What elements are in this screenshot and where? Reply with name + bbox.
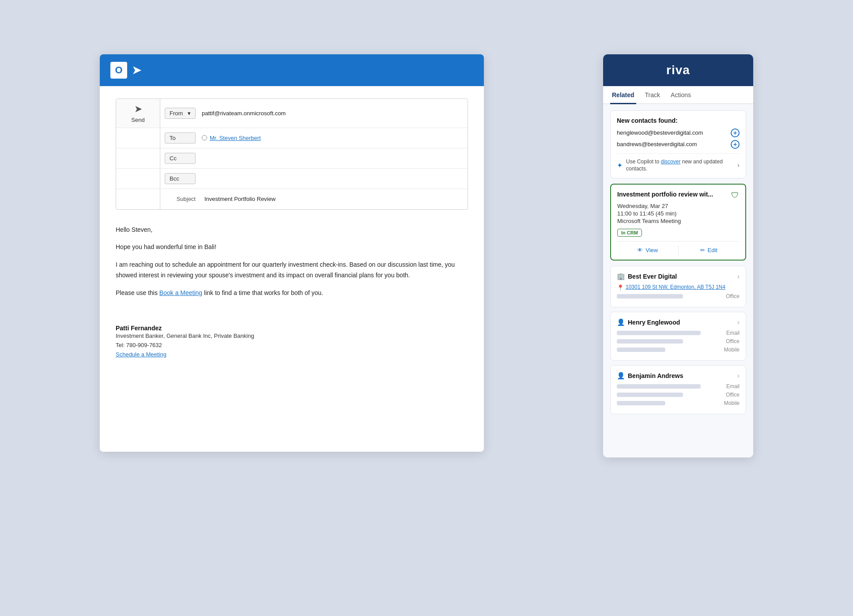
riva-panel: riva Related Track Actions New contacts … [603, 54, 753, 457]
copilot-discover-link[interactable]: discover [661, 159, 681, 165]
henry-mobile-placeholder [617, 348, 665, 352]
benjamin-chevron-icon[interactable]: › [737, 372, 740, 380]
add-contact-1-button[interactable]: + [731, 128, 740, 137]
cc-button[interactable]: Cc [165, 153, 196, 164]
cc-value[interactable] [200, 155, 468, 162]
schedule-meeting-link[interactable]: Schedule a Meeting [116, 351, 166, 358]
benjamin-office-placeholder [617, 393, 683, 397]
company-name-text: Best Ever Digital [628, 273, 677, 280]
riva-tabs: Related Track Actions [603, 86, 753, 104]
outlook-arrow-icon: ➤ [132, 63, 142, 77]
location-icon: 📍 [617, 284, 624, 291]
copilot-text: Use Copilot to discover new and updated … [626, 158, 734, 173]
tab-actions[interactable]: Actions [669, 86, 693, 104]
to-label: To [170, 135, 176, 141]
contact-email-1: henglewood@besteverdigital.com [617, 129, 703, 136]
benjamin-office-label: Office [719, 392, 740, 398]
contact-found-row-1: henglewood@besteverdigital.com + [617, 128, 740, 137]
meeting-title: Investment portfolio review wit... [617, 191, 728, 198]
add-contact-2-button[interactable]: + [731, 140, 740, 149]
contact-email-2: bandrews@besteverdigital.com [617, 141, 697, 147]
meeting-card-header: Investment portfolio review wit... 🛡 [617, 191, 739, 200]
benjamin-header[interactable]: 👤 Benjamin Andrews › [617, 372, 740, 380]
company-chevron-icon[interactable]: › [737, 272, 740, 280]
henry-office-label: Office [719, 338, 740, 344]
company-office-row: Office [617, 293, 740, 299]
new-contacts-title: New contacts found: [617, 117, 740, 124]
outlook-panel: O ➤ ➤ Send From ▾ pattif@rivateam [100, 54, 484, 452]
bcc-value[interactable] [200, 175, 468, 182]
riva-body: New contacts found: henglewood@besteverd… [603, 104, 753, 457]
person-icon-henry: 👤 [617, 318, 625, 326]
henry-name-text: Henry Englewood [628, 319, 680, 326]
meeting-actions: 👁 View ✏ Edit [617, 241, 739, 255]
para1: Hope you had wonderful time in Bali! [116, 242, 468, 253]
para3-before: Please use this [116, 289, 159, 296]
contact-card-henry: 👤 Henry Englewood › Email Office Mobile [610, 312, 746, 361]
meeting-date: Wednesday, Mar 27 [617, 203, 739, 209]
compose-from-row: ➤ Send From ▾ pattif@rivateam.onmicrosof… [116, 99, 468, 128]
eye-icon: 👁 [637, 247, 643, 253]
tab-related[interactable]: Related [610, 86, 636, 104]
edit-label: Edit [708, 247, 717, 253]
company-address-row: 📍 10301 109 St NW, Edmonton, AB T5J 1N4 [617, 284, 740, 291]
meeting-card: Investment portfolio review wit... 🛡 Wed… [610, 184, 746, 261]
bcc-button[interactable]: Bcc [165, 173, 196, 184]
benjamin-email-placeholder [617, 384, 701, 389]
company-office-label: Office [719, 293, 740, 299]
view-meeting-button[interactable]: 👁 View [617, 245, 679, 255]
henry-name: 👤 Henry Englewood [617, 318, 680, 326]
henry-office-placeholder [617, 339, 683, 344]
benjamin-email-row: Email [617, 383, 740, 389]
send-label: Send [131, 117, 144, 123]
company-header[interactable]: 🏢 Best Ever Digital › [617, 272, 740, 280]
compose-area: ➤ Send From ▾ pattif@rivateam.onmicrosof… [100, 86, 484, 372]
benjamin-mobile-placeholder [617, 401, 665, 405]
compose-fields: ➤ Send From ▾ pattif@rivateam.onmicrosof… [116, 98, 468, 210]
benjamin-mobile-row: Mobile [617, 400, 740, 406]
company-office-placeholder [617, 294, 683, 299]
contact-found-row-2: bandrews@besteverdigital.com + [617, 140, 740, 149]
para3: Please use this Book a Meeting link to f… [116, 288, 468, 299]
to-button[interactable]: To [165, 132, 196, 144]
compose-subject-row: Subject Investment Portfolio Review [116, 189, 468, 209]
copilot-row: ✦ Use Copilot to discover new and update… [617, 153, 740, 173]
para3-after: link to find a time that works for both … [202, 289, 323, 296]
henry-chevron-icon[interactable]: › [737, 318, 740, 326]
outlook-header: O ➤ [100, 54, 484, 86]
sig-tel: Tel: 780-909-7632 [116, 341, 468, 350]
tab-track[interactable]: Track [643, 86, 662, 104]
meeting-time: 11:00 to 11:45 (45 min) [617, 210, 739, 217]
henry-email-label: Email [719, 330, 740, 336]
subject-value[interactable]: Investment Portfolio Review [200, 192, 468, 206]
henry-email-placeholder [617, 331, 701, 335]
company-name: 🏢 Best Ever Digital [617, 272, 677, 280]
copilot-chevron-icon[interactable]: › [737, 161, 740, 169]
meeting-location: Microsoft Teams Meeting [617, 218, 739, 224]
from-value: pattif@rivateam.onmicrosoft.com [200, 106, 468, 120]
sig-title: Investment Banker, General Bank Inc, Pri… [116, 332, 468, 341]
benjamin-name: 👤 Benjamin Andrews [617, 372, 683, 380]
recipient-name[interactable]: Mr. Steven Sherbert [210, 135, 261, 141]
copilot-before: Use Copilot to [626, 159, 661, 165]
henry-mobile-row: Mobile [617, 347, 740, 353]
building-icon: 🏢 [617, 272, 625, 280]
contact-card-benjamin: 👤 Benjamin Andrews › Email Office Mobile [610, 365, 746, 414]
shield-icon: 🛡 [731, 191, 739, 200]
edit-meeting-button[interactable]: ✏ Edit [679, 245, 740, 255]
send-button[interactable]: ➤ Send [116, 99, 160, 128]
person-icon-benjamin: 👤 [617, 372, 625, 380]
greeting: Hello Steven, [116, 225, 468, 235]
from-chevron-icon: ▾ [188, 110, 191, 117]
henry-header[interactable]: 👤 Henry Englewood › [617, 318, 740, 326]
benjamin-office-row: Office [617, 392, 740, 398]
sig-name: Patti Fernandez [116, 325, 468, 332]
copilot-icon: ✦ [617, 161, 623, 170]
bcc-label: Bcc [170, 175, 179, 182]
compose-cc-row: Cc [116, 148, 468, 169]
benjamin-email-label: Email [719, 383, 740, 389]
company-address[interactable]: 10301 109 St NW, Edmonton, AB T5J 1N4 [626, 284, 725, 290]
from-button[interactable]: From ▾ [165, 108, 196, 119]
company-card: 🏢 Best Ever Digital › 📍 10301 109 St NW,… [610, 266, 746, 307]
book-meeting-link[interactable]: Book a Meeting [159, 289, 202, 296]
